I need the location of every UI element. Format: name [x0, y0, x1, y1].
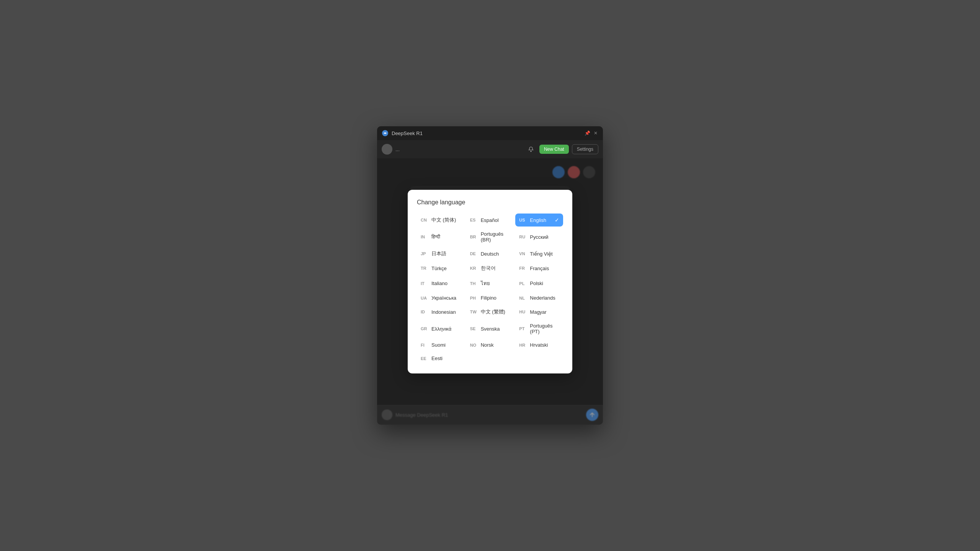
- language-item-it[interactable]: ITItaliano: [417, 276, 465, 290]
- lang-name-se: Svenska: [481, 326, 500, 332]
- app-logo-icon: [382, 130, 389, 137]
- language-grid: CN中文 (简体)ESEspañolUSEnglish✓INहिन्दीBRPo…: [417, 214, 563, 364]
- title-bar-controls: 📌 ✕: [585, 130, 598, 136]
- lang-name-cn: 中文 (简体): [431, 217, 456, 223]
- lang-code-jp: JP: [421, 251, 429, 256]
- lang-code-ua: UA: [421, 296, 429, 300]
- lang-name-br: Português (BR): [481, 231, 510, 243]
- app-content: Write a product description for a smart …: [377, 158, 603, 405]
- language-item-se[interactable]: SESvenska: [466, 320, 514, 337]
- language-item-br[interactable]: BRPortuguês (BR): [466, 228, 514, 246]
- lang-name-hu: Magyar: [530, 309, 546, 315]
- language-item-fi[interactable]: FISuomi: [417, 339, 465, 351]
- lang-name-kr: 한국어: [481, 265, 496, 272]
- notification-icon[interactable]: [526, 144, 536, 155]
- title-bar: DeepSeek R1 📌 ✕: [377, 126, 603, 140]
- window-title: DeepSeek R1: [392, 130, 585, 136]
- lang-code-in: IN: [421, 235, 429, 239]
- lang-code-fi: FI: [421, 343, 429, 347]
- language-item-vn[interactable]: VNTiếng Việt: [515, 247, 563, 260]
- language-item-hu[interactable]: HUMagyar: [515, 305, 563, 318]
- lang-name-gr: Ελληνικά: [431, 326, 451, 332]
- lang-code-es: ES: [470, 218, 479, 222]
- lang-code-us: US: [519, 218, 528, 222]
- lang-code-gr: GR: [421, 326, 429, 331]
- lang-code-tr: TR: [421, 266, 429, 271]
- language-item-no[interactable]: NONorsk: [466, 339, 514, 351]
- lang-code-th: TH: [470, 281, 479, 286]
- lang-code-de: DE: [470, 251, 479, 256]
- lang-name-es: Español: [481, 217, 499, 223]
- lang-code-vn: VN: [519, 251, 528, 256]
- language-item-ph[interactable]: PHFilipino: [466, 292, 514, 304]
- app-toolbar: ... New Chat Settings: [377, 140, 603, 158]
- language-item-fr[interactable]: FRFrançais: [515, 262, 563, 275]
- lang-name-hr: Hrvatski: [530, 342, 548, 348]
- language-item-th[interactable]: THไทย: [466, 276, 514, 290]
- language-item-jp[interactable]: JP日本語: [417, 247, 465, 260]
- language-item-cn[interactable]: CN中文 (简体): [417, 214, 465, 227]
- user-name: ...: [395, 147, 523, 152]
- lang-name-vn: Tiếng Việt: [530, 251, 552, 257]
- modal-title: Change language: [417, 199, 563, 206]
- lang-code-tw: TW: [470, 310, 479, 314]
- lang-name-jp: 日本語: [431, 250, 446, 257]
- modal-overlay: Change language CN中文 (简体)ESEspañolUSEngl…: [377, 158, 603, 405]
- language-item-tw[interactable]: TW中文 (繁體): [466, 305, 514, 318]
- lang-name-in: हिन्दी: [431, 234, 440, 240]
- language-item-in[interactable]: INहिन्दी: [417, 228, 465, 246]
- language-item-ee[interactable]: EEEesti: [417, 352, 465, 364]
- language-item-us[interactable]: USEnglish✓: [515, 214, 563, 227]
- lang-name-fr: Français: [530, 266, 549, 271]
- lang-code-it: IT: [421, 281, 429, 286]
- lang-name-th: ไทย: [481, 279, 490, 287]
- language-item-hr[interactable]: HRHrvatski: [515, 339, 563, 351]
- language-item-ru[interactable]: RUРусский: [515, 228, 563, 246]
- lang-code-no: NO: [470, 343, 479, 347]
- lang-name-tr: Türkçe: [431, 266, 447, 271]
- language-item-kr[interactable]: KR한국어: [466, 262, 514, 275]
- language-item-nl[interactable]: NLNederlands: [515, 292, 563, 304]
- language-item-es[interactable]: ESEspañol: [466, 214, 514, 227]
- user-avatar: [382, 144, 392, 155]
- lang-name-fi: Suomi: [431, 342, 446, 348]
- lang-name-ru: Русский: [530, 234, 548, 240]
- lang-code-nl: NL: [519, 296, 528, 300]
- app-window: DeepSeek R1 📌 ✕ ... New Chat Settings Wr…: [377, 126, 603, 425]
- language-item-tr[interactable]: TRTürkçe: [417, 262, 465, 275]
- lang-code-ee: EE: [421, 356, 429, 361]
- lang-name-us: English: [530, 217, 546, 223]
- lang-code-fr: FR: [519, 266, 528, 271]
- lang-name-id: Indonesian: [431, 309, 456, 315]
- lang-code-hu: HU: [519, 310, 528, 314]
- lang-name-ph: Filipino: [481, 295, 497, 301]
- language-item-id[interactable]: IDIndonesian: [417, 305, 465, 318]
- settings-button[interactable]: Settings: [572, 144, 598, 154]
- pin-button[interactable]: 📌: [585, 130, 590, 136]
- lang-code-kr: KR: [470, 266, 479, 271]
- language-item-pl[interactable]: PLPolski: [515, 276, 563, 290]
- language-item-de[interactable]: DEDeutsch: [466, 247, 514, 260]
- close-button[interactable]: ✕: [593, 130, 598, 136]
- lang-code-id: ID: [421, 310, 429, 314]
- lang-name-ee: Eesti: [431, 355, 443, 361]
- lang-name-no: Norsk: [481, 342, 494, 348]
- lang-code-hr: HR: [519, 343, 528, 347]
- lang-code-pl: PL: [519, 281, 528, 286]
- lang-code-ph: PH: [470, 296, 479, 300]
- send-button[interactable]: [586, 409, 598, 421]
- new-chat-button[interactable]: New Chat: [539, 145, 569, 154]
- svg-point-1: [530, 151, 531, 152]
- lang-name-pt: Português (PT): [530, 323, 559, 334]
- language-item-gr[interactable]: GRΕλληνικά: [417, 320, 465, 337]
- lang-name-de: Deutsch: [481, 251, 499, 257]
- message-input[interactable]: [395, 412, 583, 418]
- lang-name-tw: 中文 (繁體): [481, 308, 505, 315]
- language-item-ua[interactable]: UAУкраїнська: [417, 292, 465, 304]
- input-avatar: [382, 409, 392, 420]
- app-input-bar: [377, 405, 603, 425]
- lang-code-br: BR: [470, 235, 479, 239]
- language-item-pt[interactable]: PTPortuguês (PT): [515, 320, 563, 337]
- check-icon: ✓: [555, 217, 559, 223]
- lang-name-ua: Українська: [431, 295, 456, 301]
